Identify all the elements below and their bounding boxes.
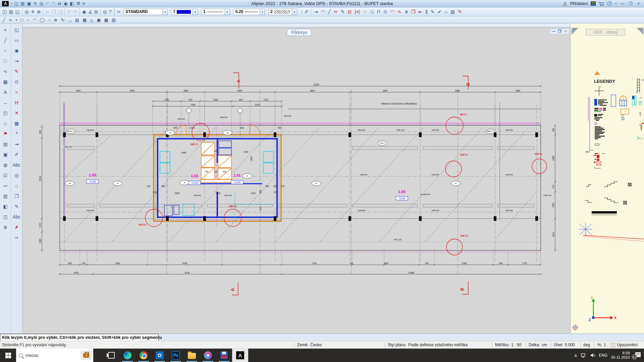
- help-menu-arrow[interactable]: ▼: [615, 2, 617, 5]
- thickness-combo[interactable]: 0.25▼: [233, 9, 265, 15]
- copy2-icon[interactable]: ❐: [12, 192, 21, 200]
- h-steel-icon[interactable]: H: [12, 98, 21, 107]
- box3d-icon[interactable]: ◰: [1, 109, 10, 117]
- taskbar-app-paint[interactable]: [200, 349, 216, 362]
- layers-icon[interactable]: ≣: [1, 223, 10, 232]
- eye-doc-icon[interactable]: ◉: [12, 46, 21, 55]
- doc-pen2-icon[interactable]: ✎: [12, 202, 21, 211]
- ellipse-icon[interactable]: ◯: [40, 17, 45, 22]
- status-length-unit[interactable]: Délka:cm: [526, 342, 551, 348]
- eyedropper-icon[interactable]: ✑: [117, 9, 121, 14]
- hatch-icon[interactable]: ▨: [75, 17, 79, 22]
- sliders-icon[interactable]: ⫼: [426, 9, 428, 15]
- edit-pen-icon[interactable]: ✎: [33, 1, 38, 6]
- language-indicator[interactable]: ENG: [599, 353, 607, 358]
- rotate-icon[interactable]: ↻: [61, 17, 64, 22]
- tag-icon[interactable]: ⚑: [1, 129, 10, 138]
- window-split-icon[interactable]: ◧: [69, 1, 74, 6]
- house-up-icon[interactable]: ⌂: [444, 9, 447, 15]
- roof-icon[interactable]: ⌂: [1, 119, 10, 128]
- circle-icon[interactable]: ○: [26, 17, 29, 22]
- spline-icon[interactable]: ∿: [9, 17, 12, 22]
- linetype-combo-arrow[interactable]: ▼: [225, 9, 230, 15]
- taskbar-app-task-view[interactable]: [103, 349, 119, 362]
- status-angle-unit[interactable]: deg: [580, 342, 594, 348]
- divide-icon[interactable]: |×|: [355, 9, 360, 15]
- fillet-icon[interactable]: ◠: [321, 9, 325, 15]
- grid-icon[interactable]: ▦: [1, 77, 10, 86]
- status-warning[interactable]: !Upozornění: [608, 342, 644, 348]
- circle-col-icon[interactable]: ⊙: [383, 9, 387, 15]
- start-button[interactable]: [0, 349, 16, 362]
- floor-plan-drawing[interactable]: 2320018003400180034003600340036001800138…: [22, 27, 570, 338]
- delete-icon[interactable]: ✕: [12, 109, 21, 117]
- triangle-icon[interactable]: △: [90, 17, 93, 22]
- point-icon[interactable]: •: [16, 17, 17, 22]
- view-eye-icon[interactable]: ◉: [63, 1, 68, 6]
- hatch-combo[interactable]: 2▼: [268, 9, 297, 15]
- arrow-door-icon[interactable]: ⇥: [12, 140, 21, 148]
- bridge-icon[interactable]: ≈: [12, 88, 21, 97]
- dimension-icon[interactable]: ↔: [1, 98, 10, 107]
- zoom-in-icon[interactable]: ⊕: [37, 9, 41, 14]
- pen-combo-arrow[interactable]: ▼: [193, 9, 198, 15]
- minimize-button[interactable]: —: [620, 1, 625, 6]
- lasso-icon[interactable]: ∾: [1, 181, 10, 190]
- align-text-icon[interactable]: ª: [12, 129, 21, 138]
- arc-icon[interactable]: ◠: [33, 17, 36, 22]
- format-brush-icon[interactable]: ✐: [305, 9, 309, 15]
- copy-icon[interactable]: ❐: [52, 9, 56, 14]
- redo-icon[interactable]: ↷: [51, 1, 56, 6]
- sheet-window-title[interactable]: ASIS ...dorys]: [586, 29, 625, 36]
- screen-copy-icon[interactable]: ⧉: [95, 9, 98, 15]
- text-icon[interactable]: A: [1, 88, 10, 97]
- delete-rail-icon[interactable]: ⊟: [348, 9, 352, 15]
- circle-cross-icon[interactable]: ⊕: [54, 17, 58, 22]
- status-angle[interactable]: Úhel:0.000: [551, 342, 580, 348]
- show-icon[interactable]: ◉: [82, 9, 86, 14]
- delete-points-icon[interactable]: ⁘: [363, 9, 367, 15]
- stamp-icon[interactable]: ⊙: [12, 77, 21, 86]
- search-highlight-briefcase-icon[interactable]: [80, 351, 92, 360]
- project-cube-icon[interactable]: ◫: [14, 1, 18, 6]
- taskbar-search[interactable]: Hledat: [16, 349, 93, 362]
- pen-combo[interactable]: 7▼: [171, 9, 198, 15]
- taskbar-app-save-app[interactable]: [216, 349, 232, 362]
- layout-sheet-panel[interactable]: ASIS ...dorys] LEGENDY s: [570, 23, 644, 334]
- cube-icon[interactable]: ◧: [1, 202, 10, 211]
- project-icon[interactable]: ◫: [2, 9, 7, 14]
- status-percent[interactable]: %:1: [594, 342, 608, 348]
- column-icon[interactable]: ⊓: [377, 9, 380, 15]
- shop-cart-icon[interactable]: [598, 1, 604, 6]
- taskbar-app-explorer[interactable]: [184, 349, 200, 362]
- save-icon[interactable]: ▣: [27, 1, 32, 6]
- logo-menu-arrow[interactable]: ▼: [10, 2, 12, 5]
- tools-wrench-icon[interactable]: ⚒: [76, 1, 80, 6]
- x-pen-icon[interactable]: ✗: [12, 223, 21, 232]
- house-red-icon[interactable]: ⌂: [12, 181, 21, 190]
- mag-pen-icon[interactable]: ◎: [12, 171, 21, 180]
- fill-icon[interactable]: ▤: [112, 17, 116, 22]
- license-list-icon[interactable]: [591, 1, 596, 6]
- pen-red-icon[interactable]: ✎: [458, 9, 462, 15]
- zoom-section-icon[interactable]: ◎: [25, 9, 29, 14]
- hatch-combo-arrow[interactable]: ▼: [292, 9, 297, 15]
- wave-edit-icon[interactable]: ∿: [397, 9, 401, 15]
- chamfer-icon[interactable]: ╱: [328, 9, 331, 15]
- cut-icon[interactable]: ✂: [46, 9, 50, 14]
- brush-icon[interactable]: ✐: [12, 150, 21, 159]
- floorplan-icon[interactable]: ◱: [12, 25, 21, 34]
- close-button[interactable]: ×: [636, 1, 641, 6]
- trim-icon[interactable]: ✂: [334, 9, 338, 15]
- speaker-icon[interactable]: [590, 353, 595, 358]
- linetype-combo[interactable]: 1▼: [201, 9, 230, 15]
- swap-icon[interactable]: ⇄: [57, 1, 62, 6]
- layer-combo-arrow[interactable]: ▼: [162, 9, 167, 15]
- palette-window-icon[interactable]: ▤: [20, 1, 25, 6]
- layer-combo[interactable]: STANDARD▼: [123, 9, 168, 15]
- draw-rect-icon[interactable]: □: [1, 57, 10, 65]
- axis-icon[interactable]: ∡: [88, 9, 93, 14]
- taskbar-app-photoshop[interactable]: Ps: [168, 349, 184, 362]
- undo-icon[interactable]: ↶: [67, 9, 71, 14]
- taskbar-app-allplan[interactable]: Λ: [232, 349, 248, 362]
